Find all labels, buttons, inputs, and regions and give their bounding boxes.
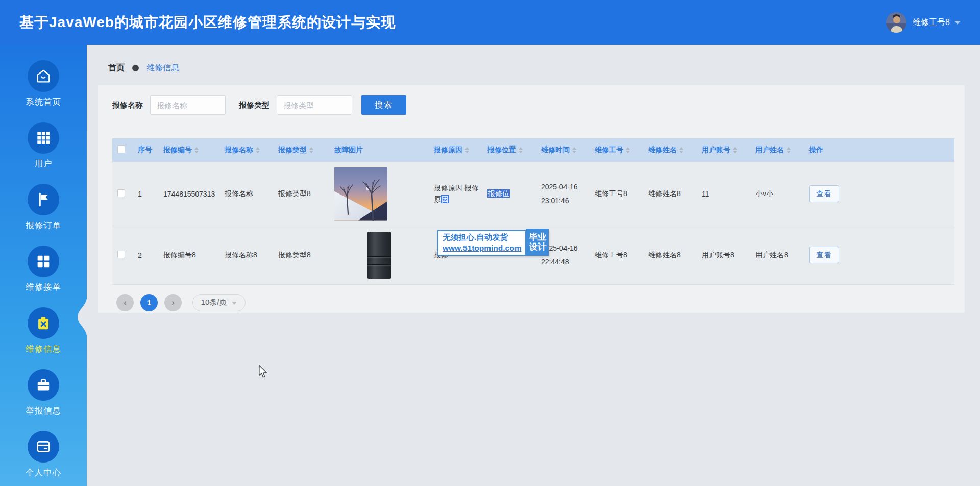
chevron-down-icon — [954, 21, 961, 25]
search-type-input[interactable] — [277, 95, 352, 115]
squares-icon — [28, 246, 59, 277]
next-page-button[interactable]: › — [164, 294, 182, 311]
breadcrumb-current[interactable]: 维修信息 — [146, 63, 179, 74]
view-button[interactable]: 查看 — [809, 247, 839, 263]
cell-worker-no: 维修工号8 — [590, 162, 643, 226]
col-worker-no[interactable]: 维修工号 — [590, 138, 643, 162]
watermark-link[interactable]: www.51topmind.com — [443, 243, 521, 254]
sort-icon[interactable] — [787, 147, 791, 153]
cell-position: 报修位 — [482, 162, 536, 226]
cell-worker-no: 维修工号8 — [590, 226, 643, 284]
sidebar-item-repair-accept[interactable]: 维修接单 — [0, 246, 87, 292]
mouse-cursor — [257, 365, 268, 378]
cell-repair-name: 报修名称 — [219, 162, 273, 226]
sidebar-item-system-home[interactable]: 系统首页 — [0, 60, 87, 107]
sort-icon[interactable] — [572, 147, 576, 153]
grid-icon — [28, 122, 59, 154]
sidebar-item-label: 维修信息 — [26, 344, 61, 354]
cell-worker-name: 维修姓名8 — [643, 162, 697, 226]
sort-icon[interactable] — [309, 147, 313, 153]
col-actions: 操作 — [804, 138, 954, 162]
briefcase-icon — [28, 369, 59, 401]
repair-info-table: 序号 报修编号 报修名称 报修类型 故障图片 报修原因 报修位置 维修时间 维修… — [112, 138, 954, 285]
search-type-label: 报修类型 — [239, 101, 270, 110]
chevron-down-icon — [232, 302, 237, 305]
cell-repair-name: 报修名称8 — [219, 226, 273, 284]
cell-repair-type: 报修类型8 — [273, 162, 329, 226]
col-repair-time[interactable]: 维修时间 — [536, 138, 590, 162]
col-user-account[interactable]: 用户账号 — [697, 138, 750, 162]
sort-icon[interactable] — [465, 147, 469, 153]
sort-icon[interactable] — [256, 147, 260, 153]
sidebar-item-repair-orders[interactable]: 报修订单 — [0, 184, 87, 230]
selected-text: 报修位 — [487, 189, 510, 198]
cell-worker-name: 维修姓名8 — [643, 226, 697, 284]
col-user-name[interactable]: 用户姓名 — [750, 138, 804, 162]
cell-user-account: 用户账号8 — [697, 226, 750, 284]
app-title: 基于JavaWeb的城市花园小区维修管理系统的设计与实现 — [19, 13, 396, 32]
sort-icon[interactable] — [626, 147, 630, 153]
sort-icon[interactable] — [679, 147, 683, 153]
table-row: 1 1744815507313 报修名称 报修类型8 — [112, 162, 954, 226]
page-size-select[interactable]: 10条/页 — [192, 294, 246, 311]
sidebar-item-personal-center[interactable]: 个人中心 — [0, 431, 87, 477]
user-menu[interactable]: 维修工号8 — [886, 12, 961, 33]
cell-repair-no: 报修编号8 — [158, 226, 219, 284]
page-1-button[interactable]: 1 — [140, 294, 158, 311]
sidebar-item-label: 个人中心 — [26, 467, 61, 477]
sort-icon[interactable] — [519, 147, 523, 153]
sidebar-item-report-info[interactable]: 举报信息 — [0, 369, 87, 416]
watermark-ad: 无须担心.自动发货 www.51topmind.com 毕业 设计 — [437, 230, 549, 256]
col-worker-name[interactable]: 维修姓名 — [643, 138, 697, 162]
col-index: 序号 — [133, 138, 158, 162]
sidebar-item-users[interactable]: 用户 — [0, 122, 87, 168]
search-button[interactable]: 搜索 — [361, 95, 406, 115]
sidebar-item-label: 举报信息 — [26, 405, 61, 416]
cell-reason: 报修原因 报修原因 — [429, 162, 482, 226]
content-panel: 报修名称 报修类型 搜索 序号 — [98, 85, 965, 313]
main-content: 首页 维修信息 报修名称 报修类型 搜索 — [87, 45, 980, 486]
active-item-notch — [76, 299, 87, 335]
sort-icon[interactable] — [194, 147, 199, 153]
pagination: ‹ 1 › 10条/页 — [116, 294, 965, 311]
sidebar-item-label: 报修订单 — [26, 220, 61, 230]
fault-image-refrigerator[interactable] — [368, 232, 391, 279]
cell-index: 1 — [133, 162, 158, 226]
sort-icon[interactable] — [733, 147, 737, 153]
row-checkbox[interactable] — [117, 251, 125, 258]
col-reason[interactable]: 报修原因 — [429, 138, 482, 162]
search-form: 报修名称 报修类型 搜索 — [98, 85, 965, 115]
col-fault-image: 故障图片 — [329, 138, 429, 162]
breadcrumb-home[interactable]: 首页 — [108, 63, 125, 74]
home-icon — [28, 60, 59, 92]
sidebar-item-label: 用户 — [35, 158, 53, 168]
user-name: 维修工号8 — [913, 17, 950, 28]
select-all-checkbox[interactable] — [117, 145, 125, 153]
row-checkbox[interactable] — [117, 189, 125, 197]
user-avatar[interactable] — [886, 12, 906, 33]
sidebar-item-repair-info[interactable]: 维修信息 — [0, 307, 87, 354]
table-header-row: 序号 报修编号 报修名称 报修类型 故障图片 报修原因 报修位置 维修时间 维修… — [112, 138, 954, 162]
col-position[interactable]: 报修位置 — [482, 138, 536, 162]
sidebar: 系统首页 用户 报修订单 — [0, 45, 87, 486]
col-repair-no[interactable]: 报修编号 — [158, 138, 219, 162]
col-repair-name[interactable]: 报修名称 — [219, 138, 273, 162]
app-header: 基于JavaWeb的城市花园小区维修管理系统的设计与实现 维修工号8 — [0, 0, 980, 45]
prev-page-button[interactable]: ‹ — [116, 294, 134, 311]
selected-text: 因 — [441, 195, 449, 203]
sidebar-item-label: 维修接单 — [26, 282, 61, 292]
breadcrumb-dot-icon — [132, 65, 139, 71]
search-name-input[interactable] — [150, 95, 226, 115]
clipboard-x-icon — [28, 307, 59, 339]
watermark-text: 无须担心.自动发货 — [443, 232, 521, 243]
page: 基于JavaWeb的城市花园小区维修管理系统的设计与实现 维修工号8 — [0, 0, 980, 486]
cell-user-account: 11 — [697, 162, 750, 226]
fault-image-winter-trees[interactable] — [334, 167, 387, 221]
cell-repair-type: 报修类型8 — [273, 226, 329, 284]
view-button[interactable]: 查看 — [809, 185, 839, 202]
watermark-badge: 毕业 设计 — [526, 229, 549, 256]
cell-repair-time: 2025-04-16 23:01:46 — [536, 162, 590, 226]
col-repair-type[interactable]: 报修类型 — [273, 138, 329, 162]
sidebar-item-label: 系统首页 — [26, 96, 61, 107]
cell-user-name: 用户姓名8 — [750, 226, 804, 284]
